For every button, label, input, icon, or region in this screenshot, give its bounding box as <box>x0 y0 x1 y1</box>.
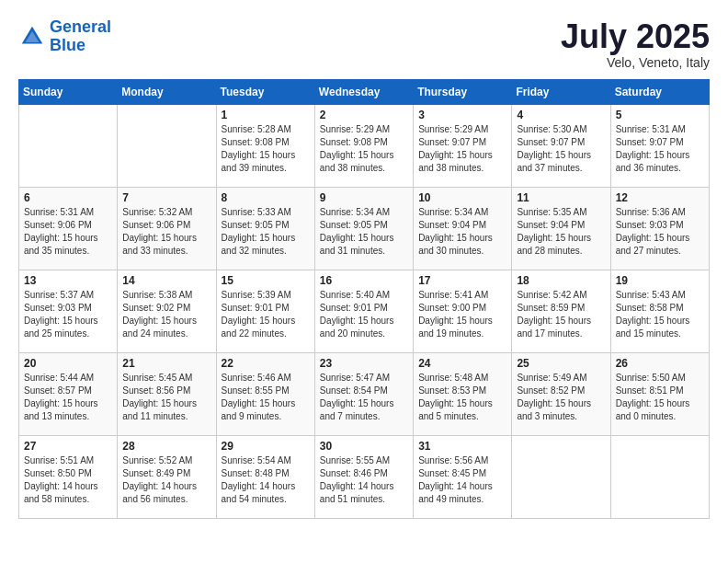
day-number: 1 <box>222 109 310 121</box>
calendar-cell: 7Sunrise: 5:32 AM Sunset: 9:06 PM Daylig… <box>118 187 216 270</box>
calendar-cell: 18Sunrise: 5:42 AM Sunset: 8:59 PM Dayli… <box>512 270 610 352</box>
calendar-cell: 31Sunrise: 5:56 AM Sunset: 8:45 PM Dayli… <box>414 435 512 518</box>
day-number: 23 <box>320 357 408 370</box>
day-content: Sunrise: 5:29 AM Sunset: 9:08 PM Dayligh… <box>320 123 408 175</box>
calendar-cell: 2Sunrise: 5:29 AM Sunset: 9:08 PM Daylig… <box>314 104 413 187</box>
calendar-cell: 8Sunrise: 5:33 AM Sunset: 9:05 PM Daylig… <box>216 187 314 270</box>
day-number: 20 <box>24 357 112 370</box>
day-number: 9 <box>320 191 408 204</box>
calendar-cell: 12Sunrise: 5:36 AM Sunset: 9:03 PM Dayli… <box>610 187 709 270</box>
logo-line1: General <box>50 17 111 36</box>
logo: General Blue <box>18 18 111 55</box>
day-content: Sunrise: 5:35 AM Sunset: 9:04 PM Dayligh… <box>517 206 605 258</box>
header-cell-monday: Monday <box>118 79 216 104</box>
calendar-cell: 23Sunrise: 5:47 AM Sunset: 8:54 PM Dayli… <box>314 352 413 435</box>
day-number: 4 <box>517 109 605 121</box>
day-number: 22 <box>222 357 310 370</box>
day-number: 21 <box>122 357 210 370</box>
calendar-header: SundayMondayTuesdayWednesdayThursdayFrid… <box>19 79 710 104</box>
day-number: 30 <box>320 440 408 453</box>
calendar-cell: 29Sunrise: 5:54 AM Sunset: 8:48 PM Dayli… <box>216 435 314 518</box>
logo-icon <box>18 23 46 51</box>
day-content: Sunrise: 5:54 AM Sunset: 8:48 PM Dayligh… <box>222 454 310 506</box>
day-content: Sunrise: 5:34 AM Sunset: 9:05 PM Dayligh… <box>320 206 408 258</box>
header-cell-sunday: Sunday <box>19 79 118 104</box>
calendar-cell: 10Sunrise: 5:34 AM Sunset: 9:04 PM Dayli… <box>414 187 512 270</box>
day-number: 25 <box>517 357 605 370</box>
day-content: Sunrise: 5:32 AM Sunset: 9:06 PM Dayligh… <box>122 206 210 258</box>
day-content: Sunrise: 5:45 AM Sunset: 8:56 PM Dayligh… <box>122 372 210 423</box>
day-number: 26 <box>616 357 704 370</box>
calendar-cell: 25Sunrise: 5:49 AM Sunset: 8:52 PM Dayli… <box>512 352 610 435</box>
calendar-cell: 26Sunrise: 5:50 AM Sunset: 8:51 PM Dayli… <box>610 352 709 435</box>
day-number: 8 <box>222 191 310 204</box>
day-number: 3 <box>418 109 506 121</box>
day-content: Sunrise: 5:39 AM Sunset: 9:01 PM Dayligh… <box>222 289 310 340</box>
day-number: 16 <box>320 274 408 287</box>
day-content: Sunrise: 5:48 AM Sunset: 8:53 PM Dayligh… <box>418 372 506 423</box>
location: Velo, Veneto, Italy <box>561 55 710 70</box>
day-content: Sunrise: 5:46 AM Sunset: 8:55 PM Dayligh… <box>222 372 310 423</box>
day-content: Sunrise: 5:41 AM Sunset: 9:00 PM Dayligh… <box>418 289 506 340</box>
day-content: Sunrise: 5:36 AM Sunset: 9:03 PM Dayligh… <box>616 206 704 258</box>
calendar-cell: 9Sunrise: 5:34 AM Sunset: 9:05 PM Daylig… <box>314 187 413 270</box>
week-row-1: 1Sunrise: 5:28 AM Sunset: 9:08 PM Daylig… <box>19 104 710 187</box>
calendar-cell: 20Sunrise: 5:44 AM Sunset: 8:57 PM Dayli… <box>19 352 118 435</box>
day-content: Sunrise: 5:31 AM Sunset: 9:07 PM Dayligh… <box>616 123 704 175</box>
calendar-cell: 6Sunrise: 5:31 AM Sunset: 9:06 PM Daylig… <box>19 187 118 270</box>
page-header: General Blue July 2025 Velo, Veneto, Ita… <box>18 18 710 70</box>
calendar-cell: 17Sunrise: 5:41 AM Sunset: 9:00 PM Dayli… <box>414 270 512 352</box>
calendar-cell: 19Sunrise: 5:43 AM Sunset: 8:58 PM Dayli… <box>610 270 709 352</box>
day-number: 17 <box>418 274 506 287</box>
calendar-cell: 4Sunrise: 5:30 AM Sunset: 9:07 PM Daylig… <box>512 104 610 187</box>
day-number: 11 <box>517 191 605 204</box>
header-cell-tuesday: Tuesday <box>216 79 314 104</box>
calendar-cell: 15Sunrise: 5:39 AM Sunset: 9:01 PM Dayli… <box>216 270 314 352</box>
calendar-body: 1Sunrise: 5:28 AM Sunset: 9:08 PM Daylig… <box>19 104 710 518</box>
header-row: SundayMondayTuesdayWednesdayThursdayFrid… <box>19 79 710 104</box>
day-content: Sunrise: 5:38 AM Sunset: 9:02 PM Dayligh… <box>122 289 210 340</box>
day-content: Sunrise: 5:30 AM Sunset: 9:07 PM Dayligh… <box>517 123 605 175</box>
header-cell-wednesday: Wednesday <box>314 79 413 104</box>
calendar-cell: 1Sunrise: 5:28 AM Sunset: 9:08 PM Daylig… <box>216 104 314 187</box>
day-number: 28 <box>122 440 210 453</box>
calendar-cell: 13Sunrise: 5:37 AM Sunset: 9:03 PM Dayli… <box>19 270 118 352</box>
month-title: July 2025 <box>561 18 710 55</box>
day-content: Sunrise: 5:33 AM Sunset: 9:05 PM Dayligh… <box>222 206 310 258</box>
day-content: Sunrise: 5:47 AM Sunset: 8:54 PM Dayligh… <box>320 372 408 423</box>
day-content: Sunrise: 5:56 AM Sunset: 8:45 PM Dayligh… <box>418 454 506 506</box>
day-number: 6 <box>24 191 112 204</box>
calendar-cell: 30Sunrise: 5:55 AM Sunset: 8:46 PM Dayli… <box>314 435 413 518</box>
week-row-4: 20Sunrise: 5:44 AM Sunset: 8:57 PM Dayli… <box>19 352 710 435</box>
day-content: Sunrise: 5:31 AM Sunset: 9:06 PM Dayligh… <box>24 206 112 258</box>
day-number: 29 <box>222 440 310 453</box>
calendar-cell: 28Sunrise: 5:52 AM Sunset: 8:49 PM Dayli… <box>118 435 216 518</box>
day-number: 10 <box>418 191 506 204</box>
day-content: Sunrise: 5:50 AM Sunset: 8:51 PM Dayligh… <box>616 372 704 423</box>
day-content: Sunrise: 5:55 AM Sunset: 8:46 PM Dayligh… <box>320 454 408 506</box>
day-content: Sunrise: 5:51 AM Sunset: 8:50 PM Dayligh… <box>24 454 112 506</box>
calendar-cell <box>19 104 118 187</box>
day-content: Sunrise: 5:37 AM Sunset: 9:03 PM Dayligh… <box>24 289 112 340</box>
calendar-cell: 24Sunrise: 5:48 AM Sunset: 8:53 PM Dayli… <box>414 352 512 435</box>
day-content: Sunrise: 5:44 AM Sunset: 8:57 PM Dayligh… <box>24 372 112 423</box>
day-number: 13 <box>24 274 112 287</box>
day-number: 15 <box>222 274 310 287</box>
logo-text: General Blue <box>50 18 111 55</box>
calendar-cell: 16Sunrise: 5:40 AM Sunset: 9:01 PM Dayli… <box>314 270 413 352</box>
day-number: 27 <box>24 440 112 453</box>
day-number: 12 <box>616 191 704 204</box>
calendar-cell: 14Sunrise: 5:38 AM Sunset: 9:02 PM Dayli… <box>118 270 216 352</box>
header-cell-saturday: Saturday <box>610 79 709 104</box>
title-area: July 2025 Velo, Veneto, Italy <box>561 18 710 70</box>
week-row-3: 13Sunrise: 5:37 AM Sunset: 9:03 PM Dayli… <box>19 270 710 352</box>
calendar-table: SundayMondayTuesdayWednesdayThursdayFrid… <box>18 79 710 519</box>
calendar-cell <box>512 435 610 518</box>
calendar-cell <box>118 104 216 187</box>
header-cell-friday: Friday <box>512 79 610 104</box>
day-number: 18 <box>517 274 605 287</box>
day-number: 19 <box>616 274 704 287</box>
day-content: Sunrise: 5:42 AM Sunset: 8:59 PM Dayligh… <box>517 289 605 340</box>
day-number: 31 <box>418 440 506 453</box>
calendar-cell: 27Sunrise: 5:51 AM Sunset: 8:50 PM Dayli… <box>19 435 118 518</box>
